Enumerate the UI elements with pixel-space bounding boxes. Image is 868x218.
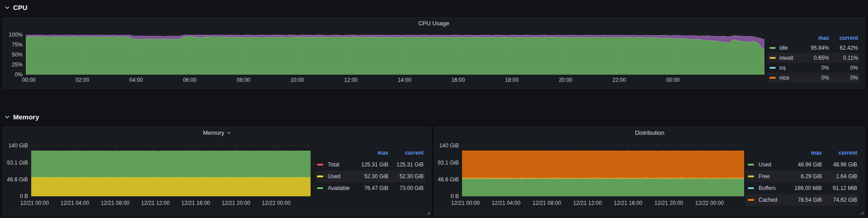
legend-header-row: maxcurrent bbox=[315, 147, 425, 159]
section-header-cpu[interactable]: CPU bbox=[5, 4, 28, 11]
x-tick-label: 04:00 bbox=[129, 77, 143, 83]
panel-menu-chevron-icon bbox=[226, 131, 231, 135]
legend-row-free[interactable]: Free6.29 GiB1.64 GiB bbox=[746, 171, 859, 182]
series-area-used bbox=[31, 177, 311, 196]
legend-series-label: Cached bbox=[759, 197, 788, 203]
x-tick-label: 12/21 12:00 bbox=[141, 200, 170, 206]
legend-header-max[interactable]: max bbox=[788, 150, 822, 156]
legend-max-value: 76.47 GiB bbox=[355, 185, 388, 191]
x-tick-label: 12/21 00:00 bbox=[451, 200, 480, 206]
legend-max-value: 0% bbox=[803, 65, 829, 71]
y-tick-label: 0 B bbox=[451, 193, 459, 199]
chevron-down-icon bbox=[5, 5, 10, 10]
legend-header-max[interactable]: max bbox=[803, 35, 829, 41]
y-tick-label: 50% bbox=[12, 52, 23, 58]
x-axis-labels: 12/21 00:0012/21 04:0012/21 08:0012/21 1… bbox=[20, 200, 291, 206]
legend-series-label: irq bbox=[779, 65, 803, 71]
legend-current-value: 48.96 GiB bbox=[822, 162, 857, 167]
cpu-usage-legend: maxcurrentidle95.84%62.42%iowait0.65%0.1… bbox=[768, 33, 860, 83]
panel-title-distribution[interactable]: Distribution bbox=[435, 129, 864, 136]
y-tick-label: 25% bbox=[12, 62, 23, 68]
x-tick-label: 20:00 bbox=[559, 77, 572, 83]
x-tick-label: 12:00 bbox=[344, 77, 358, 83]
legend-header-current[interactable]: current bbox=[822, 150, 857, 156]
legend-header-max[interactable]: max bbox=[355, 150, 388, 156]
legend-series-label: Used bbox=[759, 162, 788, 167]
legend-current-value: 125.31 GiB bbox=[388, 162, 424, 167]
legend-max-value: 78.54 GiB bbox=[788, 197, 822, 203]
legend-row-buffers[interactable]: Buffers186.00 MiB91.12 MiB bbox=[746, 182, 859, 194]
x-tick-label: 12/21 16:00 bbox=[614, 200, 643, 206]
x-tick-label: 16:00 bbox=[451, 77, 465, 83]
legend-row-idle[interactable]: idle95.84%62.42% bbox=[768, 43, 860, 53]
legend-current-value: 91.12 MiB bbox=[822, 185, 857, 191]
x-tick-label: 22:00 bbox=[613, 77, 626, 83]
y-tick-label: 140 GiB bbox=[439, 142, 459, 149]
legend-row-iowait[interactable]: iowait0.65%0.11% bbox=[768, 53, 860, 63]
legend-max-value: 0.65% bbox=[803, 55, 829, 61]
legend-max-value: 48.96 GiB bbox=[788, 162, 822, 167]
memory-chart[interactable]: 140 GiB93.1 GiB46.6 GiB0 B12/21 00:0012/… bbox=[4, 140, 311, 214]
section-label: Memory bbox=[13, 113, 39, 121]
legend-max-value: 125.31 GiB bbox=[355, 162, 388, 167]
legend-header-current[interactable]: current bbox=[388, 150, 424, 156]
x-tick-label: 00:00 bbox=[22, 77, 35, 83]
legend-series-label: Available bbox=[328, 185, 355, 191]
y-axis-labels: 100%75%50%25%0% bbox=[9, 32, 23, 78]
legend-row-irq[interactable]: irq0%0% bbox=[768, 63, 860, 73]
x-tick-label: 14:00 bbox=[398, 77, 411, 83]
x-axis-labels: 00:0002:0004:0006:0008:0010:0012:0014:00… bbox=[22, 77, 679, 83]
legend-series-label: Used bbox=[328, 174, 355, 179]
legend-current-value: 0.11% bbox=[829, 55, 858, 61]
legend-row-cached[interactable]: Cached78.54 GiB74.62 GiB bbox=[746, 194, 859, 206]
cpu-usage-chart[interactable]: 100%75%50%25%0%00:0002:0004:0006:0008:00… bbox=[5, 30, 765, 88]
series-color-swatch bbox=[769, 77, 779, 79]
legend-row-used[interactable]: Used52.30 GiB52.30 GiB bbox=[315, 171, 425, 182]
x-tick-label: 12/21 20:00 bbox=[222, 200, 250, 206]
series-area-idle bbox=[26, 36, 764, 75]
legend-row-total[interactable]: Total125.31 GiB125.31 GiB bbox=[315, 159, 425, 171]
x-tick-label: 00:00 bbox=[666, 77, 679, 83]
legend-row-nice[interactable]: nice0%0% bbox=[768, 73, 860, 83]
x-tick-label: 12/22 00:00 bbox=[262, 200, 291, 206]
panel-title-cpu-usage[interactable]: CPU Usage bbox=[3, 20, 864, 27]
y-tick-label: 46.6 GiB bbox=[438, 176, 459, 183]
memory-legend: maxcurrentTotal125.31 GiB125.31 GiBUsed5… bbox=[315, 147, 425, 194]
panel-resize-handle[interactable] bbox=[427, 211, 430, 214]
y-tick-label: 93.1 GiB bbox=[7, 160, 28, 166]
series-color-swatch bbox=[769, 67, 779, 69]
panel-title-memory[interactable]: Memory bbox=[3, 129, 431, 136]
legend-header-row: maxcurrent bbox=[768, 33, 860, 43]
y-tick-label: 140 GiB bbox=[9, 142, 28, 149]
x-tick-label: 12/21 12:00 bbox=[573, 200, 602, 206]
legend-max-value: 0% bbox=[803, 75, 829, 81]
legend-current-value: 0% bbox=[829, 75, 858, 81]
series-color-swatch bbox=[769, 57, 779, 59]
x-tick-label: 12/21 20:00 bbox=[655, 200, 684, 206]
legend-row-available[interactable]: Available76.47 GiB73.00 GiB bbox=[315, 182, 425, 194]
legend-current-value: 73.00 GiB bbox=[388, 185, 424, 191]
legend-current-value: 0% bbox=[829, 65, 858, 71]
series-line-cached bbox=[462, 151, 744, 151]
x-tick-label: 08:00 bbox=[236, 77, 250, 83]
legend-header-current[interactable]: current bbox=[829, 35, 858, 41]
legend-max-value: 95.84% bbox=[803, 45, 829, 51]
legend-header-row: maxcurrent bbox=[746, 147, 859, 159]
x-tick-label: 12/21 00:00 bbox=[20, 200, 49, 206]
legend-row-used[interactable]: Used48.96 GiB48.96 GiB bbox=[746, 159, 859, 171]
x-tick-label: 06:00 bbox=[183, 77, 197, 83]
legend-series-label: idle bbox=[779, 45, 803, 51]
distribution-legend: maxcurrentUsed48.96 GiB48.96 GiBFree6.29… bbox=[746, 147, 859, 206]
x-tick-label: 12/22 00:00 bbox=[695, 200, 724, 206]
section-header-memory[interactable]: Memory bbox=[5, 113, 39, 121]
distribution-chart[interactable]: 140 GiB93.1 GiB46.6 GiB0 B12/21 00:0012/… bbox=[436, 140, 745, 214]
y-tick-label: 46.6 GiB bbox=[7, 176, 28, 183]
series-color-swatch bbox=[317, 164, 328, 166]
legend-current-value: 52.30 GiB bbox=[388, 174, 424, 179]
legend-max-value: 6.29 GiB bbox=[788, 174, 822, 179]
x-tick-label: 12/21 16:00 bbox=[181, 200, 210, 206]
panel-resize-handle[interactable] bbox=[860, 211, 863, 214]
y-tick-label: 100% bbox=[9, 32, 23, 38]
panel-distribution: Distribution 140 GiB93.1 GiB46.6 GiB0 B1… bbox=[434, 127, 865, 216]
series-area-cached bbox=[462, 151, 744, 178]
